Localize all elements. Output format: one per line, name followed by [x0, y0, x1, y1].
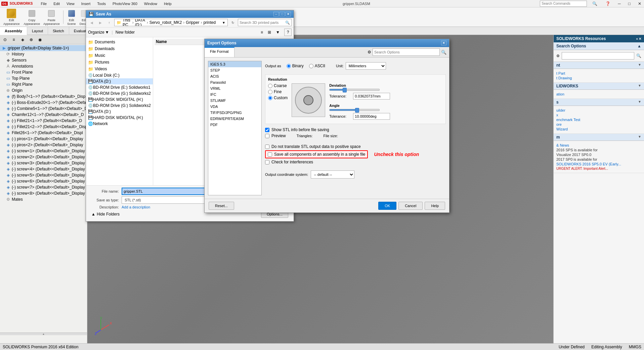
tree-body7[interactable]: ◈ (f) Body7<1-->? (Default<<Default>_Dis… [0, 93, 87, 100]
rp-link-uilder[interactable]: uilder [556, 108, 641, 113]
tree-combine5[interactable]: ◈ (-) Combine5<1-->? (Default<<Default>_… [0, 106, 87, 112]
check-interferences-checkbox[interactable] [265, 160, 269, 164]
new-folder-btn[interactable]: New folder [116, 30, 135, 35]
view-list-btn[interactable]: ≡ [259, 29, 265, 36]
format-parasolid[interactable]: Parasolid [208, 79, 261, 85]
format-step[interactable]: STEP [208, 67, 261, 73]
dtree-bdrom-g[interactable]: 💿 BD-ROM Drive (G:) Solidworks2 [86, 90, 153, 96]
tree-fillet21-2[interactable]: ◈ (-) Fillet21<2-->? (Default<<Default>_… [0, 124, 87, 130]
rp-section-nt[interactable]: nt ▼ [554, 62, 644, 69]
help-icon[interactable]: ❓ [604, 1, 612, 7]
tree-top-plane[interactable]: ▭ Top Plane [0, 75, 87, 81]
export-search-input[interactable] [373, 48, 440, 56]
ok-btn[interactable]: OK [378, 202, 396, 210]
cancel-btn[interactable]: Cancel [398, 202, 423, 210]
save-as-minimize-btn[interactable]: ─ [273, 12, 279, 16]
tree-front-plane[interactable]: ▭ Front Plane [0, 69, 87, 75]
bc-thispc[interactable]: This PC [123, 19, 131, 26]
menu-photoview[interactable]: PhotoView 360 [111, 1, 139, 6]
preview-row[interactable]: Preview [265, 133, 286, 138]
check-interferences-row[interactable]: Check for interferences [265, 160, 446, 164]
dtree-data-d2[interactable]: 💾 DATA (D:) [86, 109, 153, 115]
sidebar-collapse-handle[interactable]: ▲ [0, 333, 87, 335]
rp-link-ation[interactable]: ation [556, 92, 641, 96]
edit-appearance-btn[interactable]: Edit Appearance [1, 9, 22, 26]
bc-dropdown-btn[interactable]: ▼ [222, 21, 225, 25]
menu-edit[interactable]: Edit [52, 1, 61, 6]
tree-annotations[interactable]: A Annotations [0, 63, 87, 69]
dtree-music[interactable]: 📁 Music [86, 52, 153, 59]
dtree-hard-h2[interactable]: 💾 HARD DISK WDIGITAL (H:) [86, 115, 153, 121]
unit-select[interactable]: Millimeters [346, 62, 386, 70]
rp-link-benchmark[interactable]: enchmark Test [556, 117, 641, 122]
dtree-documents[interactable]: 📁 Documents [86, 39, 153, 45]
show-stl-row[interactable]: Show STL info before file saving [265, 127, 446, 132]
custom-radio-input[interactable] [268, 96, 272, 100]
rp-link-wizard[interactable]: Wizard [556, 127, 641, 131]
angle-slider-thumb[interactable] [355, 108, 359, 113]
menu-window[interactable]: Window [143, 1, 159, 6]
desc-link[interactable]: Add a description [122, 205, 150, 209]
rp-search-input[interactable] [562, 52, 634, 60]
format-pdf[interactable]: PDF [208, 122, 261, 128]
tree-screw2[interactable]: ◈ (-) screw<2> (Default<<Default>_Displa… [0, 154, 87, 160]
fine-radio-input[interactable] [268, 90, 272, 94]
minimize-icon[interactable]: ─ [616, 1, 622, 7]
tree-fillet21-1[interactable]: ◈ (-) Fillet21<1-->? (Default<<Default>_… [0, 118, 87, 124]
format-vda[interactable]: VDA [208, 104, 261, 110]
deviation-slider-thumb[interactable] [343, 88, 347, 92]
dtree-network[interactable]: 🌐 Network [86, 121, 153, 127]
tab-sketch[interactable]: Sketch [48, 27, 69, 35]
dtree-pictures[interactable]: 📁 Pictures [86, 59, 153, 66]
tree-chamfer12[interactable]: ◈ Chamfer12<1-->? (Default<<Default>_D [0, 112, 87, 118]
dtree-bdrom-g2[interactable]: 💿 BD-ROM Drive (G:) Solidworks2 [86, 103, 153, 109]
format-ifc[interactable]: IFC [208, 91, 261, 98]
dtree-videos[interactable]: 📁 Videos [86, 66, 153, 72]
tree-screw4[interactable]: ◈ (-) screw<4> (Default<<Default>_Displa… [0, 166, 87, 172]
rp-link-drawing[interactable]: t Drawing [556, 76, 641, 80]
angle-slider-track[interactable] [329, 109, 380, 111]
rp-collapse-btn[interactable]: « [636, 37, 638, 41]
output-ascii-radio[interactable]: ASCII [309, 64, 325, 68]
fine-radio[interactable]: Fine [268, 89, 288, 94]
preview-checkbox[interactable] [265, 134, 269, 138]
rp-link-ore[interactable]: ore [556, 122, 641, 127]
view-grid-btn[interactable]: ⊞ [266, 29, 273, 36]
rp-magnify-icon[interactable]: 🔍 [636, 53, 641, 58]
tree-screw6[interactable]: ◈ (-) screw<6> (Default<<Default>_Displa… [0, 178, 87, 184]
file-search-input[interactable] [240, 21, 285, 25]
tree-piros1[interactable]: ◈ (-) piros<1> (Default<<Default>_Displa… [0, 136, 87, 142]
help-dialog-btn[interactable]: ? [284, 29, 292, 36]
coarse-radio-input[interactable] [268, 84, 272, 88]
component-btn[interactable]: ◈ [19, 36, 26, 43]
filter-icon-btn[interactable]: ⊙ [1, 36, 9, 43]
tree-boss-extrude[interactable]: ◈ (-) Boss-Extrude20<1-->? (Default<<Def… [0, 100, 87, 106]
menu-insert[interactable]: Insert [80, 1, 92, 6]
tree-screw7[interactable]: ◈ (-) screw<7> (Default<<Default>_Displa… [0, 184, 87, 190]
bc-3dparts[interactable]: 3D printed parts [203, 19, 220, 26]
export-tab-format[interactable]: File Format [205, 47, 234, 57]
help-btn[interactable]: Help [425, 202, 445, 210]
custom-radio[interactable]: Custom [268, 95, 288, 100]
format-tif[interactable]: TIF/PSD/JPG/PNG [208, 110, 261, 116]
export-close-btn[interactable]: ✕ [441, 41, 446, 45]
menu-help[interactable]: Help [163, 1, 173, 6]
save-all-row[interactable]: Save all components of an assembly in a … [265, 150, 368, 158]
save-all-checkbox[interactable] [268, 152, 272, 157]
display-btn[interactable]: ◉ [36, 36, 44, 43]
rp-section-lidworks[interactable]: LIDWORKS ▼ [554, 83, 644, 90]
binary-radio-input[interactable] [287, 64, 291, 68]
tree-screw8[interactable]: ◈ (-) screw<8> (Default<<Default>_Displa… [0, 190, 87, 196]
origin-btn[interactable]: ⊕ [28, 36, 35, 43]
edit-scene-btn[interactable]: Edit Scene [66, 9, 78, 26]
format-iges[interactable]: IGES 5.3 [208, 61, 261, 67]
tree-sensors[interactable]: ◆ Sensors [0, 57, 87, 63]
list-view-btn[interactable]: ≡ [10, 36, 17, 43]
bc-servo[interactable]: Servo_robot_MK2 [149, 20, 182, 25]
copy-appearance-btn[interactable]: Copy Appearance [23, 9, 42, 26]
menu-view[interactable]: View [65, 1, 76, 6]
maximize-icon[interactable]: □ [627, 1, 632, 7]
format-vrml[interactable]: VRML [208, 85, 261, 91]
tab-layout[interactable]: Layout [27, 27, 48, 35]
rp-section-s[interactable]: s ▼ [554, 99, 644, 106]
